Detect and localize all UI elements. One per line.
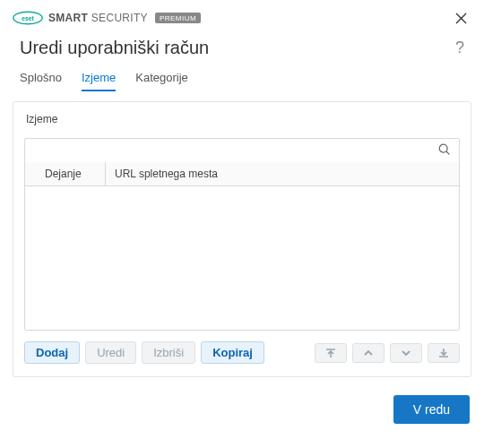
ok-button[interactable]: V redu <box>393 395 470 424</box>
move-up-button[interactable] <box>352 343 385 363</box>
exceptions-table: Dejanje URL spletnega mesta <box>24 138 460 331</box>
svg-line-3 <box>446 151 449 154</box>
brand-text: SMART SECURITY <box>48 12 148 24</box>
eset-logo: eset <box>13 11 43 25</box>
exceptions-panel: Izjeme Dejanje URL spletnega mesta Dodaj… <box>13 101 471 377</box>
move-top-button[interactable] <box>315 343 347 363</box>
brand: eset SMART SECURITY PREMIUM <box>13 11 201 25</box>
move-bottom-button[interactable] <box>428 343 460 363</box>
delete-button[interactable]: Izbriši <box>142 341 195 364</box>
tab-categories[interactable]: Kategorije <box>135 67 188 91</box>
help-icon[interactable]: ? <box>455 39 464 57</box>
tabs: Splošno Izjeme Kategorije <box>0 67 484 92</box>
svg-point-2 <box>439 144 447 152</box>
copy-button[interactable]: Kopiraj <box>201 341 264 364</box>
close-button[interactable] <box>450 7 471 29</box>
search-icon[interactable] <box>437 142 454 159</box>
add-button[interactable]: Dodaj <box>24 341 80 364</box>
edit-button[interactable]: Uredi <box>85 341 136 364</box>
table-body[interactable] <box>25 186 459 330</box>
move-down-button[interactable] <box>390 343 422 363</box>
tab-exceptions[interactable]: Izjeme <box>82 67 116 91</box>
svg-text:eset: eset <box>22 15 34 22</box>
brand-badge: PREMIUM <box>155 13 201 23</box>
table-header: Dejanje URL spletnega mesta <box>25 162 459 186</box>
section-label: Izjeme <box>24 113 460 125</box>
dialog-title: Uredi uporabniški račun <box>20 38 209 58</box>
tab-general[interactable]: Splošno <box>20 67 62 91</box>
col-url[interactable]: URL spletnega mesta <box>106 162 459 185</box>
col-action[interactable]: Dejanje <box>25 162 106 185</box>
